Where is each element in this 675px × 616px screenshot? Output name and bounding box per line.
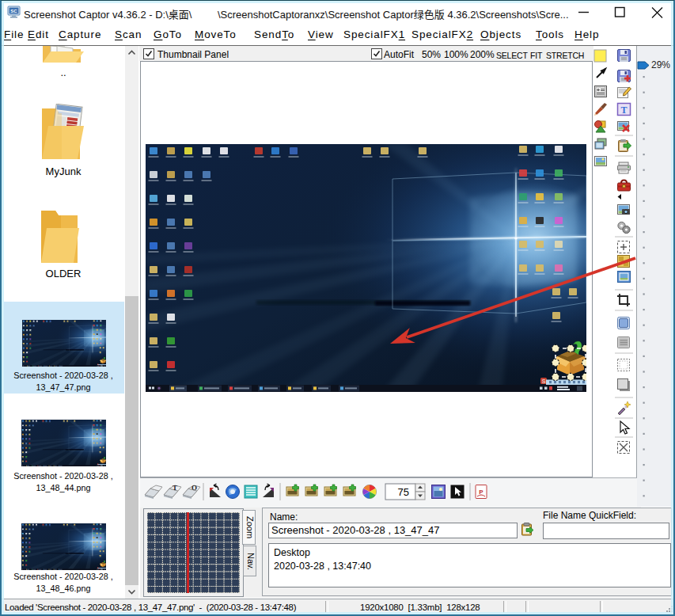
- svg-text:29%: 29%: [651, 59, 670, 70]
- svg-text:SC: SC: [10, 9, 17, 13]
- svg-text:T: T: [173, 484, 177, 492]
- svg-text:O: O: [192, 484, 197, 492]
- svg-text:75: 75: [398, 486, 409, 498]
- svg-text:T: T: [620, 105, 627, 116]
